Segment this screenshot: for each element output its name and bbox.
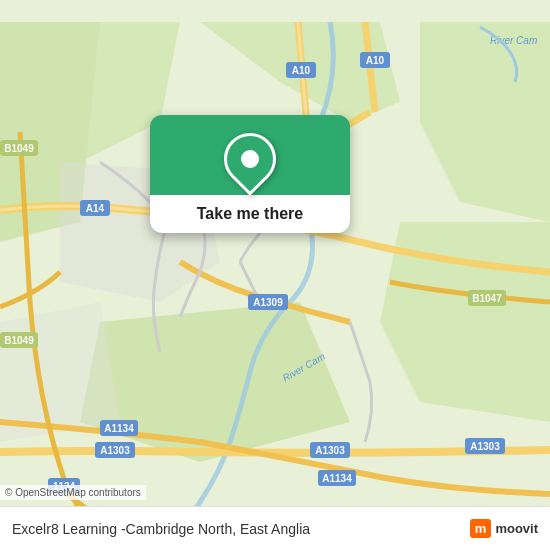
- info-bar: Excelr8 Learning -Cambridge North, East …: [0, 506, 550, 550]
- location-name: Excelr8 Learning -Cambridge North, East …: [12, 521, 310, 537]
- attribution-text: © OpenStreetMap contributors: [5, 487, 141, 498]
- moovit-logo: m moovit: [470, 519, 538, 538]
- take-me-there-button[interactable]: Take me there: [150, 195, 350, 233]
- map-container: River Cam: [0, 0, 550, 550]
- location-pin-icon: [213, 122, 287, 196]
- osm-attribution: © OpenStreetMap contributors: [0, 485, 146, 500]
- moovit-text: moovit: [495, 521, 538, 536]
- moovit-m-icon: m: [470, 519, 492, 538]
- popup-icon-area: [150, 115, 350, 195]
- popup-card[interactable]: Take me there: [150, 115, 350, 233]
- map-background: [0, 0, 550, 550]
